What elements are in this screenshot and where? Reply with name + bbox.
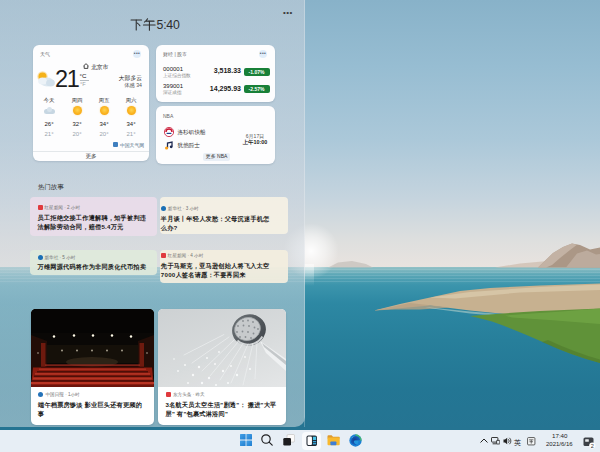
- svg-text:2: 2: [591, 442, 594, 448]
